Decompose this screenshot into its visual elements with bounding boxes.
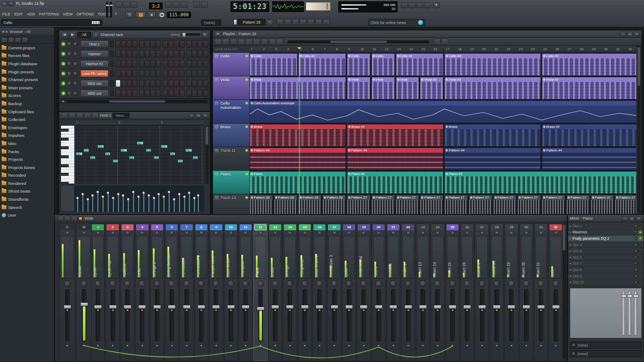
clip-menu-icon[interactable]: [543, 126, 545, 128]
strip-pan-knob[interactable]: [139, 281, 146, 287]
playlist-vscrollbar[interactable]: [637, 46, 641, 212]
step-cell[interactable]: [150, 90, 155, 97]
playlist-hscrollbar[interactable]: [288, 40, 429, 43]
channel-button[interactable]: MIDI out: [80, 90, 109, 97]
strip-route-arrow[interactable]: ▲: [377, 344, 380, 347]
strip-fader[interactable]: [258, 289, 263, 341]
mx-menu-icon[interactable]: [58, 216, 64, 221]
mixer-tab[interactable]: 15: [299, 224, 311, 230]
strip-route-arrow[interactable]: ▲: [436, 344, 439, 347]
clip-piano-3[interactable]: Piano #3: [444, 171, 636, 194]
fader-handle[interactable]: [94, 305, 102, 309]
fader-handle[interactable]: [109, 305, 117, 309]
rack-hscrollbar[interactable]: [67, 100, 207, 103]
volume-bar[interactable]: [341, 4, 366, 6]
stop-button[interactable]: ■: [148, 12, 156, 18]
browser-item-impulses[interactable]: Impulses: [0, 132, 54, 140]
mixer-layout-icon[interactable]: [79, 217, 82, 220]
track-mute-led[interactable]: [246, 126, 248, 128]
step-cell[interactable]: [203, 70, 208, 77]
mixer-strip-kawaii-28[interactable]: 28 Kawaii 28 ▲: [490, 223, 504, 361]
balance-bar[interactable]: [341, 8, 358, 9]
fader-handle[interactable]: [257, 307, 264, 311]
slot-mix-knob[interactable]: [634, 237, 638, 240]
step-cell[interactable]: [127, 50, 132, 57]
fader-handle[interactable]: [271, 305, 279, 309]
mixer-tab[interactable]: 29: [505, 224, 517, 230]
strip-route-arrow[interactable]: ▲: [289, 344, 291, 347]
strip-name-area[interactable]: Quiet: [343, 236, 355, 279]
clip-menu-icon[interactable]: [397, 55, 399, 57]
fx-slider-1[interactable]: [622, 291, 625, 335]
clip-brass-2[interactable]: Brass #2: [542, 124, 636, 147]
mixer-strip-insert-24[interactable]: 24 Insert 24 ▲: [431, 223, 444, 361]
strip-route-arrow[interactable]: ▲: [481, 344, 483, 347]
step-cell[interactable]: [168, 80, 173, 87]
step-cell[interactable]: [156, 40, 161, 48]
piano-note[interactable]: D5: [178, 160, 183, 163]
strip-route-arrow[interactable]: ▲: [274, 344, 276, 347]
mixer-strip-bass-drum[interactable]: 10 Bass Drum ▲: [224, 223, 238, 361]
mic-record-icon[interactable]: [416, 2, 423, 8]
strip-name-area[interactable]: French Horn: [210, 236, 222, 279]
channel-target-display[interactable]: [110, 90, 114, 97]
strip-pan-knob[interactable]: [95, 281, 101, 287]
step-cell[interactable]: [150, 60, 155, 67]
step-cell[interactable]: [115, 80, 121, 87]
strip-fader[interactable]: [214, 289, 218, 341]
step-edit-icon[interactable]: [180, 2, 187, 8]
clip-pattern-26[interactable]: Pattern 26: [249, 195, 273, 214]
step-cell[interactable]: [197, 70, 203, 77]
strip-pan-knob[interactable]: [198, 281, 204, 287]
velocity-stem[interactable]: [164, 197, 164, 212]
velocity-stem[interactable]: [198, 196, 199, 212]
mixer-strip-quiet[interactable]: 18 Quiet ▲: [342, 223, 356, 361]
fader-handle[interactable]: [153, 305, 161, 309]
wait-input-icon[interactable]: [131, 2, 137, 8]
track-mute-led[interactable]: [246, 78, 248, 81]
slot-enable-led[interactable]: [639, 237, 642, 240]
clip-brass[interactable]: Brass: [249, 124, 346, 147]
step-cell[interactable]: [163, 70, 168, 77]
step-cell[interactable]: [203, 40, 208, 48]
velocity-stem[interactable]: [149, 196, 149, 212]
pr-draw-icon[interactable]: [76, 112, 83, 118]
clip-pattern-44[interactable]: Pattern 44: [542, 148, 636, 170]
clip-menu-icon[interactable]: [251, 173, 253, 175]
fader-handle[interactable]: [389, 305, 397, 309]
clip-viola[interactable]: Viola: [396, 77, 419, 100]
strip-fader[interactable]: [524, 289, 529, 341]
clip-pattern-26[interactable]: Pattern 26: [274, 195, 298, 214]
clip-menu-icon[interactable]: [446, 149, 448, 151]
mixer-tab[interactable]: 17: [328, 224, 340, 230]
step-cell[interactable]: [145, 50, 150, 57]
mixer-strip-totoro[interactable]: 20 Totoro ▲: [372, 223, 386, 361]
velocity-stem[interactable]: [113, 198, 114, 212]
clip-menu-icon[interactable]: [446, 78, 448, 81]
piano-note[interactable]: E5: [154, 156, 159, 159]
strip-route-arrow[interactable]: ▲: [141, 344, 143, 347]
fx-slot-10[interactable]: ▸ Slot 10: [568, 279, 644, 286]
step-cell[interactable]: [174, 80, 179, 87]
mixer-vscrollbar[interactable]: [562, 223, 566, 359]
step-cell[interactable]: [197, 80, 203, 87]
pl-draw-icon[interactable]: [222, 39, 229, 45]
strip-name-area[interactable]: Bass Drum 2: [314, 236, 325, 279]
track-menu-icon[interactable]: [215, 125, 219, 129]
channel-volume-knob[interactable]: [73, 61, 78, 66]
clip-pattern-27[interactable]: Pattern 27: [444, 195, 468, 214]
fx-slot-4[interactable]: ▸ Slot 4: [568, 242, 644, 248]
browser-item-speech[interactable]: Speech: [0, 203, 54, 211]
step-cell[interactable]: [150, 40, 155, 48]
pl-pattern-picker-icon[interactable]: [434, 39, 440, 45]
pl-magnet-icon[interactable]: [215, 39, 222, 45]
step-cell[interactable]: [192, 40, 197, 48]
mixer-strip-brass[interactable]: 13 Brass ▲: [268, 223, 282, 361]
step-cell[interactable]: [145, 80, 150, 87]
velocity-stem[interactable]: [123, 196, 124, 212]
velocity-stem[interactable]: [169, 192, 170, 212]
fx-slider-2[interactable]: [628, 291, 631, 335]
browser-forward-icon[interactable]: ▶: [6, 30, 8, 33]
strip-pan-knob[interactable]: [419, 281, 426, 287]
channel-enable-led[interactable]: [62, 92, 65, 95]
